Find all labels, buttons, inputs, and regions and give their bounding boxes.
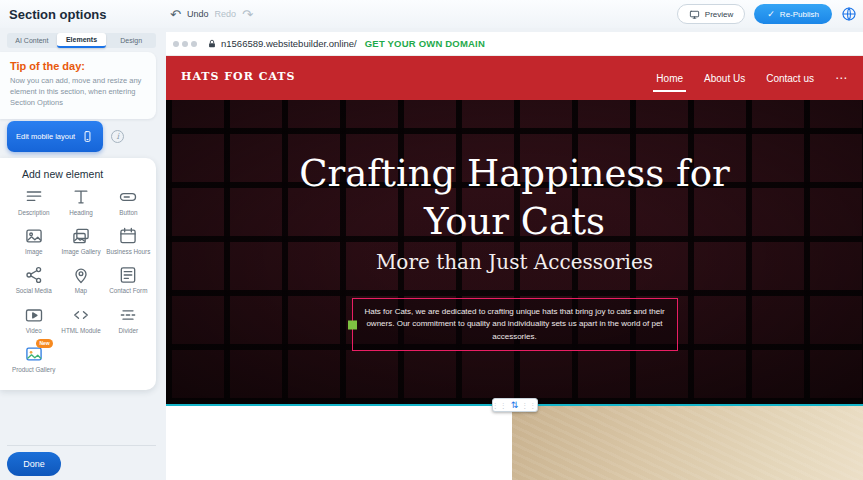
- undo-icon[interactable]: ↶: [170, 8, 181, 21]
- resize-arrows-icon: ⇅: [511, 401, 519, 410]
- window-dot: [191, 41, 197, 47]
- sidebar-divider: [7, 445, 156, 446]
- edit-mobile-label: Edit mobile layout: [16, 132, 75, 141]
- image-icon: [24, 226, 44, 246]
- nav-more-icon[interactable]: ⋯: [835, 71, 847, 85]
- redo-icon[interactable]: ↷: [242, 8, 253, 21]
- image-gallery-icon: [71, 226, 91, 246]
- topbar: Section options ↶ Undo Redo ↷ Preview ✓ …: [0, 0, 863, 28]
- info-icon[interactable]: i: [111, 130, 124, 143]
- section-resize-handle[interactable]: ⋮⋮ ⇅ ⋮⋮: [492, 398, 538, 412]
- site-logo[interactable]: HATS FOR CATS: [181, 70, 295, 83]
- history-controls: ↶ Undo Redo ↷: [170, 8, 253, 21]
- next-section: [166, 406, 863, 480]
- republish-label: Re-Publish: [780, 10, 819, 19]
- element-item-heading[interactable]: Heading: [57, 187, 104, 217]
- browser-bar: n1566589.websitebuilder.online/ GET YOUR…: [166, 32, 863, 56]
- button-icon: [118, 187, 138, 207]
- description-icon: [24, 187, 44, 207]
- grip-dots-icon: ⋮⋮: [492, 402, 508, 409]
- check-icon: ✓: [767, 10, 775, 19]
- tab-design[interactable]: Design: [106, 33, 156, 48]
- element-item-product-gallery[interactable]: New Product Gallery: [10, 344, 57, 374]
- site-header: HATS FOR CATS Home About Us Contact us ⋯: [166, 56, 863, 100]
- element-item-contact-form[interactable]: Contact Form: [105, 265, 152, 295]
- element-item-video[interactable]: Video: [10, 305, 57, 335]
- tip-body: Now you can add, move and resize any ele…: [10, 76, 146, 109]
- tab-ai-content[interactable]: AI Content: [7, 33, 57, 48]
- html-module-icon: [71, 305, 91, 325]
- element-item-map[interactable]: Map: [57, 265, 104, 295]
- sidebar: AI Content Elements Design Tip of the da…: [0, 28, 166, 480]
- lock-icon: [207, 39, 217, 49]
- hero-heading[interactable]: Crafting Happiness for Your Cats: [265, 150, 765, 246]
- site-nav: Home About Us Contact us ⋯: [656, 56, 847, 100]
- undo-button[interactable]: Undo: [187, 9, 209, 19]
- republish-button[interactable]: ✓ Re-Publish: [754, 4, 832, 24]
- video-icon: [24, 305, 44, 325]
- phone-icon: [81, 130, 94, 143]
- window-dot: [182, 41, 188, 47]
- element-item-business-hours[interactable]: Business Hours: [105, 226, 152, 256]
- element-item-button[interactable]: Button: [105, 187, 152, 217]
- element-item-social-media[interactable]: Social Media: [10, 265, 57, 295]
- element-item-image[interactable]: Image: [10, 226, 57, 256]
- site-preview: n1566589.websitebuilder.online/ GET YOUR…: [166, 32, 863, 480]
- globe-icon[interactable]: [841, 6, 857, 22]
- element-grid: Description Heading Button Image Image G: [10, 187, 152, 374]
- get-domain-link[interactable]: GET YOUR OWN DOMAIN: [365, 38, 485, 49]
- nav-home[interactable]: Home: [656, 73, 683, 84]
- divider-icon: [118, 305, 138, 325]
- grip-dots-icon: ⋮⋮: [521, 402, 537, 409]
- element-item-description[interactable]: Description: [10, 187, 57, 217]
- nav-about-us[interactable]: About Us: [704, 73, 745, 84]
- done-button[interactable]: Done: [7, 452, 61, 476]
- contact-form-icon: [118, 265, 138, 285]
- element-item-image-gallery[interactable]: Image Gallery: [57, 226, 104, 256]
- preview-button[interactable]: Preview: [677, 4, 745, 24]
- social-media-icon: [24, 265, 44, 285]
- monitor-icon: [689, 9, 700, 20]
- site-url: n1566589.websitebuilder.online/: [221, 38, 357, 49]
- app-window: Section options ↶ Undo Redo ↷ Preview ✓ …: [0, 0, 863, 480]
- redo-button[interactable]: Redo: [214, 9, 236, 19]
- map-icon: [71, 265, 91, 285]
- product-gallery-icon: New: [24, 344, 44, 364]
- add-element-panel: Add new element Description Heading Butt…: [0, 158, 156, 390]
- element-drag-handle[interactable]: [348, 320, 357, 329]
- window-dot: [173, 41, 179, 47]
- heading-icon: [71, 187, 91, 207]
- edit-mobile-layout-button[interactable]: Edit mobile layout: [7, 121, 103, 152]
- page-title: Section options: [0, 7, 107, 22]
- preview-label: Preview: [705, 10, 733, 19]
- hero-paragraph-box[interactable]: Hats for Cats, we are dedicated to craft…: [352, 298, 678, 351]
- business-hours-icon: [118, 226, 138, 246]
- new-badge: New: [36, 339, 52, 348]
- hero-section: Crafting Happiness for Your Cats More th…: [166, 100, 863, 404]
- element-item-divider[interactable]: Divider: [105, 305, 152, 335]
- edit-mobile-row: Edit mobile layout i: [7, 121, 124, 152]
- hero-paragraph: Hats for Cats, we are dedicated to craft…: [363, 306, 667, 343]
- hero-subheading[interactable]: More than Just Accessories: [376, 250, 653, 274]
- tip-title: Tip of the day:: [10, 60, 146, 72]
- sidebar-tabs: AI Content Elements Design: [7, 33, 156, 48]
- nav-contact-us[interactable]: Contact us: [766, 73, 814, 84]
- tab-elements[interactable]: Elements: [57, 33, 107, 48]
- topbar-actions: Preview ✓ Re-Publish: [677, 4, 857, 24]
- add-panel-title: Add new element: [22, 168, 152, 180]
- section-image[interactable]: [512, 406, 863, 480]
- tip-card: Tip of the day: Now you can add, move an…: [0, 52, 156, 119]
- element-item-html-module[interactable]: HTML Module: [57, 305, 104, 335]
